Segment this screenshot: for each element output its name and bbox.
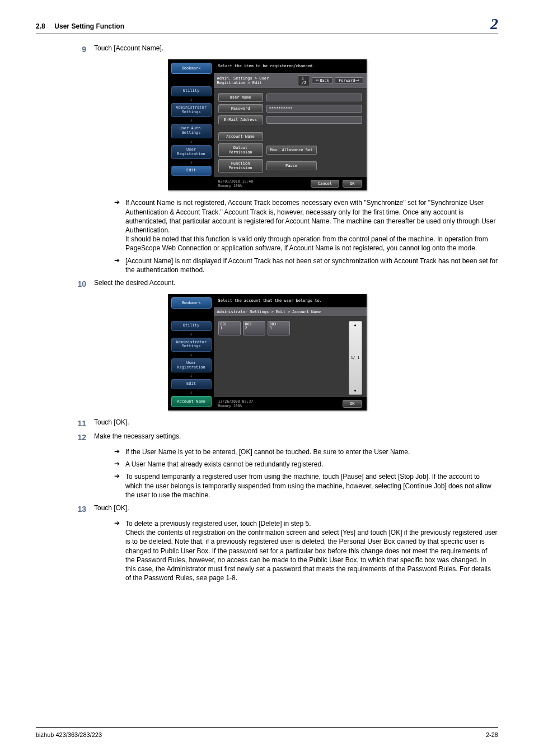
arrow-right-icon: ➔ <box>114 198 125 253</box>
page-header: 2.8 User Setting Function 2 <box>36 18 498 34</box>
edit-button[interactable]: Edit <box>171 166 212 176</box>
step-number: 11 <box>36 418 94 428</box>
user-registration-button[interactable]: User Registration <box>171 358 212 372</box>
note-item: ➔ If the User Name is yet to be entered,… <box>114 447 498 456</box>
note-item: ➔ If Account Name is not registered, Acc… <box>114 198 498 253</box>
step-number: 10 <box>36 279 94 288</box>
panel-instruction: Select the account that the user belongs… <box>214 294 367 307</box>
step-11: 11 Touch [OK]. <box>36 418 498 428</box>
admin-settings-button[interactable]: Administrator Settings <box>171 103 212 117</box>
status-datetime: 12/26/2008 08:37 <box>218 399 254 404</box>
note-item: ➔ To suspend temporarily a registered us… <box>114 472 498 500</box>
ok-button[interactable]: OK <box>343 180 362 188</box>
arrow-right-icon: ➔ <box>114 460 125 469</box>
step-10: 10 Select the desired Account. <box>36 279 498 288</box>
step-text: Select the desired Account. <box>94 279 498 288</box>
step-text: Make the necessary settings. <box>94 432 498 442</box>
note-item: ➔ A User Name that already exists cannot… <box>114 460 498 469</box>
chevron-down-icon[interactable]: ▼ <box>354 389 357 393</box>
section-title: User Setting Function <box>54 22 124 30</box>
account-item[interactable]: 002 2 <box>243 321 265 335</box>
bookmark-button[interactable]: Bookmark <box>171 63 212 74</box>
edit-button[interactable]: Edit <box>171 379 212 389</box>
step-9: 9 Touch [Account Name]. <box>36 44 498 54</box>
user-auth-settings-button[interactable]: User Auth. Settings <box>171 124 212 138</box>
cancel-button[interactable]: Cancel <box>311 180 339 188</box>
screenshot-select-account: Bookmark Utility ↓ Administrator Setting… <box>168 294 367 410</box>
step-13: 13 Touch [OK]. <box>36 504 498 514</box>
step-number: 12 <box>36 432 94 442</box>
password-button[interactable]: Password <box>218 104 263 113</box>
page-footer: bizhub 423/363/283/223 2-28 <box>36 727 498 738</box>
utility-button[interactable]: Utility <box>171 321 212 331</box>
down-arrow-icon: ↓ <box>171 160 212 165</box>
breadcrumb: Administrator Settings > Edit > Account … <box>217 310 321 314</box>
page-indicator: 1 /2 <box>298 75 310 86</box>
footer-model: bizhub 423/363/283/223 <box>36 731 102 738</box>
admin-settings-button[interactable]: Administrator Settings <box>171 338 212 352</box>
down-arrow-icon: ↓ <box>171 353 212 357</box>
email-button[interactable]: E-Mail Address <box>218 115 263 124</box>
section-number: 2.8 <box>36 22 45 30</box>
down-arrow-icon: ↓ <box>171 332 212 337</box>
chapter-number: 2 <box>490 18 498 30</box>
step-text: Touch [OK]. <box>94 418 498 428</box>
note-item: ➔ To delete a previously registered user… <box>114 519 498 582</box>
down-arrow-icon: ↓ <box>171 374 212 378</box>
bookmark-button[interactable]: Bookmark <box>171 297 212 309</box>
utility-button[interactable]: Utility <box>171 86 212 96</box>
step-12: 12 Make the necessary settings. <box>36 432 498 442</box>
step-text: Touch [Account Name]. <box>94 44 498 54</box>
status-memory: Memory 100% <box>218 184 242 188</box>
down-arrow-icon: ↓ <box>171 118 212 123</box>
arrow-right-icon: ➔ <box>114 472 125 500</box>
arrow-right-icon: ➔ <box>114 447 125 456</box>
output-permission-button[interactable]: Output Permission <box>218 143 263 157</box>
down-arrow-icon: ↓ <box>171 139 212 144</box>
ok-button[interactable]: OK <box>343 400 362 408</box>
chevron-up-icon[interactable]: ▲ <box>354 323 357 327</box>
arrow-right-icon: ➔ <box>114 256 125 274</box>
panel-instruction: Select the item to be registered/changed… <box>214 59 367 73</box>
step-number: 9 <box>36 44 94 54</box>
note-item: ➔ [Account Name] is not displayed if Acc… <box>114 256 498 274</box>
back-button[interactable]: ⭠Back <box>312 77 333 84</box>
down-arrow-icon: ↓ <box>171 390 212 395</box>
max-allowance-set-button[interactable]: Max. Allowance Set <box>266 146 317 155</box>
pause-button[interactable]: Pause <box>266 161 317 170</box>
arrow-right-icon: ⭢ <box>355 78 359 83</box>
status-datetime: 02/01/2010 15:40 <box>218 179 254 184</box>
user-name-button[interactable]: User Name <box>218 93 263 102</box>
account-item[interactable]: 001 1 <box>218 321 241 335</box>
breadcrumb: Admin. Settings > User Registration > Ed… <box>217 76 296 85</box>
password-value: ********** <box>266 105 362 113</box>
screenshot-edit-user: Bookmark Utility ↓ Administrator Setting… <box>168 59 367 190</box>
footer-page: 2-28 <box>486 731 498 738</box>
email-value <box>266 116 362 124</box>
account-name-button[interactable]: Account Name <box>218 132 263 141</box>
function-permission-button[interactable]: Function Permission <box>218 159 263 172</box>
step-text: Touch [OK]. <box>94 504 498 514</box>
account-item[interactable]: 003 3 <box>268 321 290 335</box>
page-scroll[interactable]: ▲ 1/ 1 ▼ <box>349 321 362 395</box>
user-name-value <box>266 94 362 101</box>
status-memory: Memory 100% <box>218 404 242 408</box>
step-number: 13 <box>36 504 94 514</box>
account-name-tab[interactable]: Account Name <box>171 396 212 407</box>
forward-button[interactable]: Forward⭢ <box>335 77 363 84</box>
down-arrow-icon: ↓ <box>171 97 212 102</box>
page-indicator: 1/ 1 <box>351 356 360 360</box>
user-registration-button[interactable]: User Registration <box>171 145 212 159</box>
arrow-right-icon: ➔ <box>114 519 125 582</box>
